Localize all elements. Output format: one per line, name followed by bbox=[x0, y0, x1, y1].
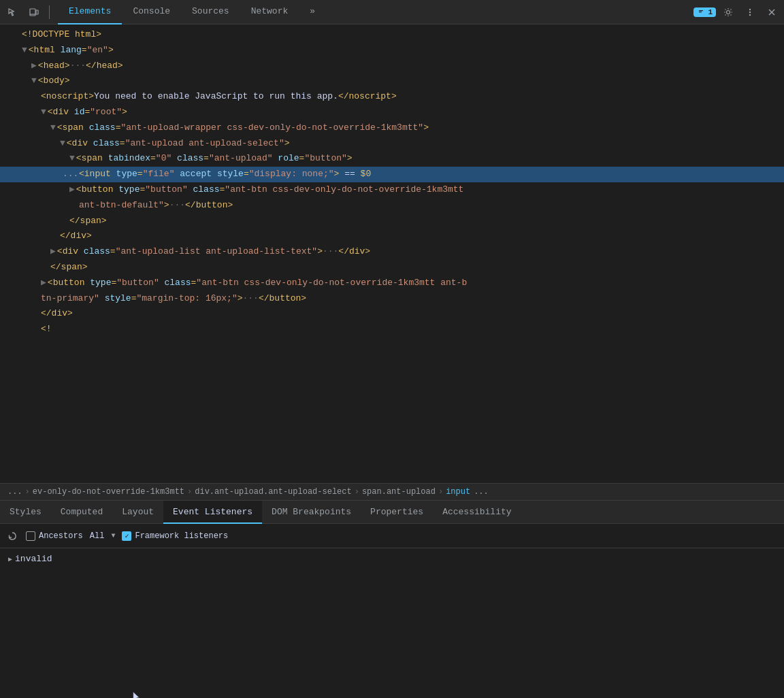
code-line-input-selected[interactable]: ... <input type="file" accept style="dis… bbox=[0, 167, 784, 182]
empty-area bbox=[0, 569, 784, 698]
all-select[interactable]: All bbox=[90, 531, 105, 541]
code-line-button-1b: ant-btn-default">···</button> bbox=[0, 198, 784, 214]
tab-properties[interactable]: Properties bbox=[361, 501, 433, 524]
expand-arrow-icon[interactable]: ▶ bbox=[8, 555, 12, 563]
code-panel: <!DOCTYPE html> ▼<html lang="en"> ▶<head… bbox=[0, 24, 784, 483]
ancestors-checkbox-wrap[interactable]: Ancestors bbox=[26, 531, 83, 541]
tab-console[interactable]: Console bbox=[122, 0, 181, 24]
refresh-button[interactable] bbox=[5, 529, 19, 543]
code-line-close-div: </div> bbox=[0, 229, 784, 244]
chevron-right-icon: » bbox=[310, 6, 315, 16]
breadcrumb-more[interactable]: ... bbox=[474, 487, 489, 497]
svg-point-6 bbox=[727, 10, 730, 14]
code-line-close-span: </span> bbox=[0, 214, 784, 229]
settings-icon[interactable] bbox=[719, 3, 738, 22]
code-line-button-1[interactable]: ▶<button type="button" class="ant-btn cs… bbox=[0, 182, 784, 198]
code-line-body[interactable]: ▼<body> bbox=[0, 73, 784, 89]
toolbar-icons bbox=[3, 3, 52, 22]
framework-label: Framework listeners bbox=[135, 531, 228, 541]
svg-point-7 bbox=[749, 8, 751, 10]
event-item-label: invalid bbox=[15, 554, 52, 564]
divider bbox=[49, 5, 50, 19]
tab-elements[interactable]: Elements bbox=[58, 0, 122, 24]
breadcrumb-span-wrapper[interactable]: ev-only-do-not-override-1km3mtt bbox=[31, 487, 186, 497]
framework-checkbox-wrap[interactable]: ✓ Framework listeners bbox=[122, 531, 228, 541]
tab-layout[interactable]: Layout bbox=[112, 501, 163, 524]
tab-sources[interactable]: Sources bbox=[181, 0, 240, 24]
code-line-doctype: <!DOCTYPE html> bbox=[0, 27, 784, 43]
tab-computed[interactable]: Computed bbox=[51, 501, 112, 524]
tab-dom-breakpoints[interactable]: DOM Breakpoints bbox=[262, 501, 361, 524]
tab-more[interactable]: » bbox=[299, 0, 326, 24]
code-line-span-wrapper[interactable]: ▼<span class="ant-upload-wrapper css-dev… bbox=[0, 120, 784, 136]
dropdown-arrow-icon[interactable]: ▼ bbox=[111, 532, 115, 539]
code-line-noscript[interactable]: <noscript>You need to enable JavaScript … bbox=[0, 89, 784, 105]
breadcrumb-ellipsis[interactable]: ... bbox=[5, 487, 24, 497]
code-line-head[interactable]: ▶<head>​···</head> bbox=[0, 59, 784, 74]
code-line-button-primary[interactable]: ▶<button type="button" class="ant-btn cs… bbox=[0, 276, 784, 291]
breadcrumb-input[interactable]: input bbox=[444, 487, 472, 497]
breadcrumb-div-upload[interactable]: div.ant-upload.ant-upload-select bbox=[193, 487, 353, 497]
breadcrumb-span-upload[interactable]: span.ant-upload bbox=[360, 487, 438, 497]
ancestors-label: Ancestors bbox=[39, 531, 83, 541]
code-line-span-upload[interactable]: ▼<span tabindex="0" class="ant-upload" r… bbox=[0, 151, 784, 167]
svg-point-9 bbox=[749, 14, 751, 15]
device-icon[interactable] bbox=[24, 3, 44, 22]
code-line-button-primary-b: tn-primary" style="margin-top: 16px;">··… bbox=[0, 291, 784, 307]
tab-network[interactable]: Network bbox=[240, 0, 299, 24]
code-line-div-upload[interactable]: ▼<div class="ant-upload ant-upload-selec… bbox=[0, 136, 784, 152]
event-list: ▶ invalid bbox=[0, 548, 784, 569]
code-line-div-list[interactable]: ▶<div class="ant-upload-list ant-upload-… bbox=[0, 244, 784, 260]
breadcrumb-bar: ... › ev-only-do-not-override-1km3mtt › … bbox=[0, 483, 784, 501]
svg-rect-1 bbox=[36, 10, 38, 14]
ancestors-checkbox[interactable] bbox=[26, 531, 35, 541]
inspect-icon[interactable] bbox=[3, 3, 22, 22]
framework-checkbox[interactable]: ✓ bbox=[122, 531, 131, 541]
more-icon[interactable] bbox=[740, 3, 760, 22]
notification-badge: 1 bbox=[693, 7, 716, 17]
code-line-close-div2: </div> bbox=[0, 306, 784, 322]
svg-rect-5 bbox=[699, 12, 702, 12]
event-item-invalid[interactable]: ▶ invalid bbox=[0, 551, 784, 567]
close-icon[interactable] bbox=[762, 3, 781, 22]
tab-bar-right: 1 bbox=[693, 3, 781, 22]
event-listeners-panel: Ancestors All ▼ ✓ Framework listeners ▶ … bbox=[0, 524, 784, 698]
tab-accessibility[interactable]: Accessibility bbox=[433, 501, 521, 524]
tab-bar: Elements Console Sources Network » 1 bbox=[0, 0, 784, 24]
code-line-close-span2: </span> bbox=[0, 260, 784, 276]
event-toolbar: Ancestors All ▼ ✓ Framework listeners bbox=[0, 524, 784, 548]
svg-rect-4 bbox=[699, 10, 703, 11]
code-line-partial: <! bbox=[0, 322, 784, 350]
tab-styles[interactable]: Styles bbox=[0, 501, 51, 524]
bottom-tabs: Styles Computed Layout Event Listeners D… bbox=[0, 501, 784, 524]
svg-point-8 bbox=[749, 11, 751, 12]
code-line-html[interactable]: ▼<html lang="en"> bbox=[0, 43, 784, 59]
code-line-div-root[interactable]: ▼<div id="root"> bbox=[0, 105, 784, 120]
tab-event-listeners[interactable]: Event Listeners bbox=[163, 501, 262, 524]
